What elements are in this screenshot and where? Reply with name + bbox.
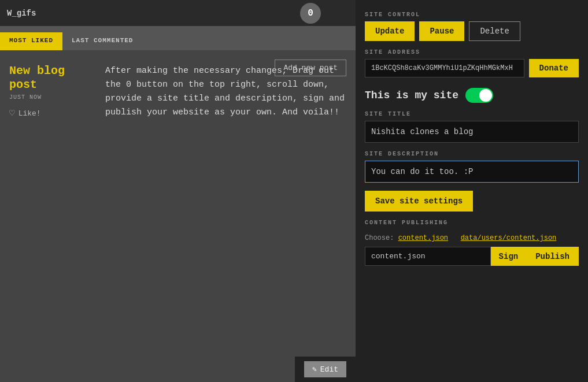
edit-label: Edit bbox=[320, 365, 338, 374]
right-panel: SITE CONTROL Update Pause Delete SITE AD… bbox=[356, 0, 588, 382]
update-button[interactable]: Update bbox=[365, 21, 415, 41]
site-title-input[interactable] bbox=[365, 121, 579, 143]
site-control-buttons: Update Pause Delete bbox=[365, 21, 579, 41]
site-description-section: SITE DESCRIPTION bbox=[365, 151, 579, 183]
content-publishing-section: CONTENT PUBLISHING Choose: content.json … bbox=[365, 220, 579, 266]
choose-row: Choose: content.json data/users/content.… bbox=[365, 234, 579, 242]
delete-button[interactable]: Delete bbox=[469, 21, 520, 41]
tab-last-commented[interactable]: LAST COMMENTED bbox=[62, 32, 142, 50]
site-name: W_gifs bbox=[7, 9, 36, 18]
content-publishing-label: CONTENT PUBLISHING bbox=[365, 220, 579, 226]
like-label: Like! bbox=[19, 109, 41, 118]
pencil-icon: ✎ bbox=[312, 365, 317, 374]
add-new-post-button[interactable]: Add new post bbox=[275, 60, 346, 76]
site-description-label: SITE DESCRIPTION bbox=[365, 151, 579, 157]
tabs-row: MOST LIKED LAST COMMENTED bbox=[0, 26, 356, 50]
left-panel: W_gifs 0 MOST LIKED LAST COMMENTED Add n… bbox=[0, 0, 356, 382]
publish-button[interactable]: Publish bbox=[526, 247, 579, 266]
bottom-edit-bar: ✎ Edit bbox=[295, 357, 356, 382]
edit-button[interactable]: ✎ Edit bbox=[304, 361, 346, 377]
save-settings-button[interactable]: Save site settings bbox=[365, 191, 473, 212]
post-left: New blog post JUST NOW ♡ Like! bbox=[9, 64, 96, 120]
pause-button[interactable]: Pause bbox=[419, 21, 464, 41]
post-title: New blog post bbox=[9, 64, 96, 92]
site-address-section: SITE ADDRESS 1BcKCQSh8caKv3GMMYhiU1pZKqH… bbox=[365, 49, 579, 77]
site-control-label: SITE CONTROL bbox=[365, 12, 579, 18]
tab-most-liked[interactable]: MOST LIKED bbox=[0, 32, 62, 50]
site-title-section: SITE TITLE bbox=[365, 111, 579, 143]
heart-icon: ♡ bbox=[9, 107, 15, 119]
site-toggle-row: This is my site bbox=[365, 88, 579, 103]
top-bar: W_gifs 0 bbox=[0, 0, 356, 26]
like-button[interactable]: ♡ Like! bbox=[9, 107, 41, 119]
publish-filename-input[interactable] bbox=[365, 247, 491, 266]
site-title-label: SITE TITLE bbox=[365, 111, 579, 117]
address-row: 1BcKCQSh8caKv3GMMYhiU1pZKqHhMGkMxH Donat… bbox=[365, 59, 579, 77]
site-address-display: 1BcKCQSh8caKv3GMMYhiU1pZKqHhMGkMxH bbox=[365, 59, 524, 77]
donate-button[interactable]: Donate bbox=[529, 59, 579, 77]
choose-text: Choose: bbox=[365, 234, 394, 242]
site-toggle-label: This is my site bbox=[365, 90, 458, 101]
toggle-knob bbox=[479, 89, 492, 102]
site-address-label: SITE ADDRESS bbox=[365, 49, 579, 55]
site-toggle[interactable] bbox=[465, 88, 493, 103]
sign-button[interactable]: Sign bbox=[491, 247, 527, 266]
site-description-input[interactable] bbox=[365, 161, 579, 183]
content-area: Add new post New blog post JUST NOW ♡ Li… bbox=[0, 50, 356, 382]
choose-link-data-users[interactable]: data/users/content.json bbox=[461, 234, 557, 242]
site-control-section: SITE CONTROL Update Pause Delete bbox=[365, 12, 579, 41]
post-time: JUST NOW bbox=[9, 94, 96, 101]
choose-link-content-json[interactable]: content.json bbox=[398, 234, 448, 242]
counter-badge: 0 bbox=[300, 3, 321, 24]
publish-row: Sign Publish bbox=[365, 247, 579, 266]
